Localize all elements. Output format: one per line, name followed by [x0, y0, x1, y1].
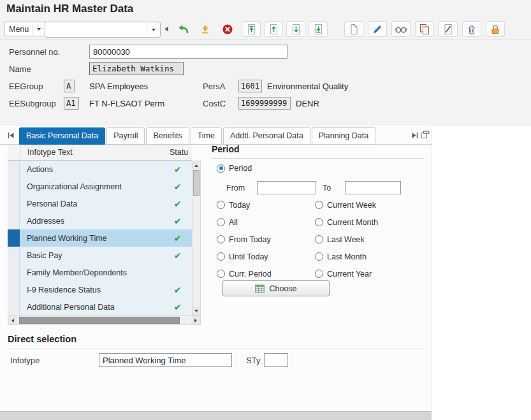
radio-until-today[interactable]: Until Today — [217, 248, 312, 265]
column-header-status: Statu — [163, 148, 192, 157]
row-selector[interactable] — [8, 247, 20, 264]
radio-all[interactable]: All — [217, 214, 312, 231]
radio-icon — [315, 252, 323, 261]
list-row-family-member-dependents[interactable]: Family Member/Dependents — [8, 264, 192, 281]
scroll-tabs-right-icon[interactable] — [411, 132, 418, 139]
list-row-additional-personal-data[interactable]: Additional Personal Data ✔ — [8, 298, 192, 315]
radio-label: All — [229, 218, 238, 227]
exit-button[interactable] — [196, 21, 215, 37]
list-row-addresses[interactable]: Addresses ✔ — [8, 212, 192, 229]
radio-today[interactable]: Today — [217, 196, 312, 214]
personnel-no-input[interactable] — [89, 45, 287, 59]
display-button[interactable] — [391, 21, 411, 37]
tab-time[interactable]: Time — [191, 127, 222, 145]
header-area: Maintain HR Master Data Menu — [0, 0, 531, 126]
menu-button[interactable]: Menu — [4, 22, 46, 36]
status-check-icon: ✔ — [163, 182, 192, 192]
row-selector[interactable] — [8, 298, 20, 315]
from-date-input[interactable] — [257, 181, 316, 194]
infotype-text: I-9 Residence Status — [20, 286, 163, 294]
scroll-down-icon[interactable] — [193, 307, 200, 315]
sty-input[interactable] — [264, 353, 288, 367]
radio-curr-period[interactable]: Curr. Period — [217, 265, 312, 282]
lock-button[interactable] — [486, 21, 505, 37]
horizontal-scrollbar-thumb[interactable] — [19, 317, 180, 324]
command-combobox[interactable] — [45, 22, 161, 38]
horizontal-scrollbar[interactable] — [8, 315, 201, 325]
radio-icon — [217, 218, 225, 226]
to-date-input[interactable] — [345, 181, 401, 194]
radio-current-month[interactable]: Current Month — [315, 214, 423, 231]
infotype-text: Family Member/Dependents — [20, 268, 163, 277]
radio-icon — [217, 252, 225, 261]
toolbar: Menu — [0, 19, 531, 40]
change-button[interactable] — [368, 21, 387, 37]
row-selector[interactable] — [8, 264, 20, 281]
vertical-scrollbar-thumb[interactable] — [193, 170, 200, 196]
radio-icon — [315, 235, 323, 243]
radio-icon — [315, 218, 323, 226]
list-row-i9-residence-status[interactable]: I-9 Residence Status ✔ — [8, 281, 192, 298]
last-page-icon — [312, 24, 324, 35]
row-selector[interactable] — [8, 178, 20, 195]
status-check-icon: ✔ — [163, 164, 192, 175]
collapse-toolbar-icon[interactable] — [164, 26, 169, 32]
radio-last-month[interactable]: Last Month — [315, 248, 423, 265]
period-title: Period — [212, 144, 424, 159]
previous-page-button[interactable] — [264, 21, 283, 37]
radio-period[interactable]: Period — [217, 163, 252, 173]
radio-current-week[interactable]: Current Week — [315, 196, 423, 214]
scroll-up-icon[interactable] — [193, 161, 200, 170]
scroll-left-icon[interactable] — [8, 316, 17, 324]
radio-last-week[interactable]: Last Week — [315, 231, 423, 248]
ee-subgroup-field: A1 — [64, 97, 79, 110]
infotype-list: Infotype Text Statu Actions ✔ Organizati… — [8, 144, 201, 325]
choose-button-label: Choose — [269, 284, 296, 293]
period-options-right: Current Week Current Month Last Week Las… — [315, 196, 423, 282]
tabstrip: Basic Personal Data Payroll Benefits Tim… — [0, 127, 432, 145]
tab-benefits[interactable]: Benefits — [146, 127, 189, 145]
choose-button[interactable]: Choose — [222, 280, 330, 296]
delete-button[interactable] — [462, 21, 481, 37]
delimit-button[interactable] — [439, 21, 458, 37]
list-row-organizational-assignment[interactable]: Organizational Assignment ✔ — [8, 178, 192, 195]
scroll-right-icon[interactable] — [191, 316, 200, 324]
cost-c-text: DENR — [296, 99, 319, 108]
ee-group-text: SPA Employees — [89, 82, 148, 91]
status-check-icon: ✔ — [163, 199, 192, 209]
radio-label: Last Month — [327, 252, 367, 261]
back-button[interactable] — [173, 21, 193, 37]
row-selector[interactable] — [8, 161, 20, 178]
create-button[interactable] — [344, 21, 363, 37]
expand-tabstrip-icon[interactable] — [421, 131, 430, 139]
scroll-tabs-left-icon[interactable] — [8, 132, 15, 139]
next-page-button[interactable] — [286, 21, 305, 37]
command-input[interactable] — [45, 22, 147, 37]
first-page-button[interactable] — [242, 21, 261, 37]
infotype-text: Basic Pay — [20, 251, 163, 260]
row-selector[interactable] — [8, 281, 20, 298]
list-row-basic-pay[interactable]: Basic Pay ✔ — [8, 247, 192, 264]
radio-icon — [315, 270, 323, 278]
list-row-planned-working-time[interactable]: Planned Working Time ✔ — [8, 229, 192, 247]
row-selector[interactable] — [8, 212, 20, 229]
copy-button[interactable] — [415, 21, 434, 37]
tab-payroll[interactable]: Payroll — [106, 127, 145, 145]
list-row-actions[interactable]: Actions ✔ — [8, 161, 192, 178]
list-row-personal-data[interactable]: Personal Data ✔ — [8, 195, 192, 212]
cancel-button[interactable] — [218, 21, 237, 37]
radio-current-year[interactable]: Current Year — [315, 265, 423, 282]
tab-planning-data[interactable]: Planning Data — [312, 127, 376, 145]
chevron-down-icon[interactable] — [147, 22, 160, 37]
vertical-scrollbar[interactable] — [192, 161, 201, 315]
to-label: To — [323, 184, 331, 192]
infotype-input[interactable] — [99, 353, 232, 367]
pers-a-label: PersA — [203, 82, 225, 91]
radio-label: Curr. Period — [229, 270, 272, 279]
row-selector[interactable] — [8, 229, 20, 247]
radio-from-today[interactable]: From Today — [217, 231, 312, 248]
tab-basic-personal-data[interactable]: Basic Personal Data — [19, 127, 105, 145]
row-selector[interactable] — [8, 195, 20, 212]
tab-addtl-personal-data[interactable]: Addtl. Personal Data — [223, 127, 310, 145]
last-page-button[interactable] — [309, 21, 328, 37]
